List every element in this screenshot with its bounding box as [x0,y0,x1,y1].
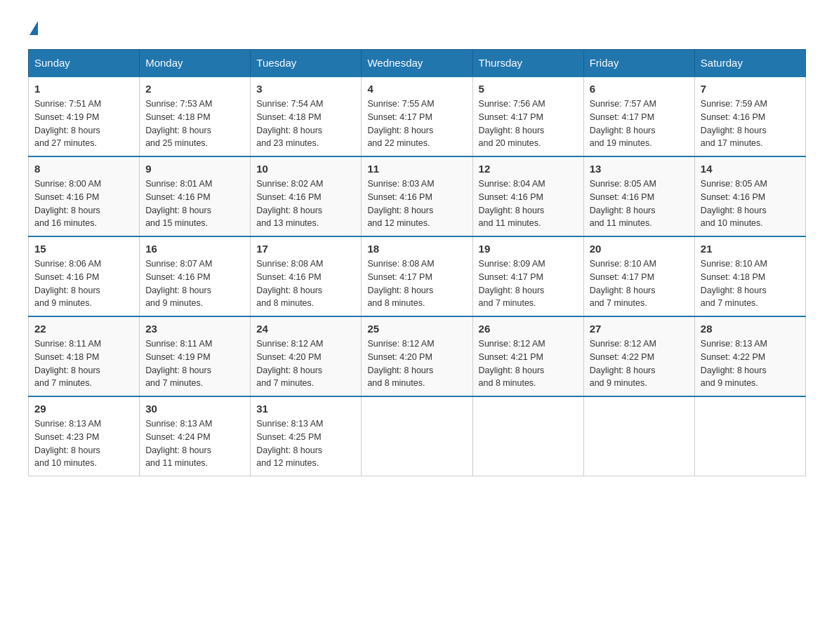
day-info: Sunrise: 8:07 AMSunset: 4:16 PMDaylight:… [145,259,212,308]
day-info: Sunrise: 7:55 AMSunset: 4:17 PMDaylight:… [367,99,434,148]
day-cell: 17 Sunrise: 8:08 AMSunset: 4:16 PMDaylig… [251,236,362,316]
day-header-wednesday: Wednesday [362,50,472,77]
day-info: Sunrise: 7:56 AMSunset: 4:17 PMDaylight:… [479,99,545,148]
day-cell: 19 Sunrise: 8:09 AMSunset: 4:17 PMDaylig… [472,236,583,316]
week-row-2: 8 Sunrise: 8:00 AMSunset: 4:16 PMDayligh… [29,156,806,236]
header-row: SundayMondayTuesdayWednesdayThursdayFrid… [29,50,806,77]
day-number: 12 [479,163,578,175]
day-number: 17 [256,243,355,255]
day-number: 3 [256,83,355,95]
day-info: Sunrise: 7:51 AMSunset: 4:19 PMDaylight:… [34,99,101,148]
day-info: Sunrise: 8:10 AMSunset: 4:18 PMDaylight:… [701,259,767,308]
day-number: 26 [479,323,578,335]
day-cell: 2 Sunrise: 7:53 AMSunset: 4:18 PMDayligh… [140,76,251,156]
day-info: Sunrise: 8:00 AMSunset: 4:16 PMDaylight:… [34,179,101,228]
day-cell: 1 Sunrise: 7:51 AMSunset: 4:19 PMDayligh… [29,76,140,156]
day-cell: 16 Sunrise: 8:07 AMSunset: 4:16 PMDaylig… [140,236,251,316]
day-cell: 10 Sunrise: 8:02 AMSunset: 4:16 PMDaylig… [251,156,362,236]
day-cell: 3 Sunrise: 7:54 AMSunset: 4:18 PMDayligh… [251,76,362,156]
day-cell: 11 Sunrise: 8:03 AMSunset: 4:16 PMDaylig… [362,156,472,236]
day-header-tuesday: Tuesday [251,50,362,77]
day-number: 6 [590,83,689,95]
day-header-sunday: Sunday [29,50,140,77]
day-header-friday: Friday [583,50,694,77]
day-cell [472,396,583,476]
day-number: 31 [256,403,355,415]
day-info: Sunrise: 8:08 AMSunset: 4:16 PMDaylight:… [256,259,323,308]
week-row-3: 15 Sunrise: 8:06 AMSunset: 4:16 PMDaylig… [29,236,806,316]
day-header-thursday: Thursday [472,50,583,77]
day-info: Sunrise: 8:03 AMSunset: 4:16 PMDaylight:… [367,179,434,228]
day-info: Sunrise: 8:08 AMSunset: 4:17 PMDaylight:… [367,259,434,308]
day-cell: 20 Sunrise: 8:10 AMSunset: 4:17 PMDaylig… [583,236,694,316]
day-cell: 29 Sunrise: 8:13 AMSunset: 4:23 PMDaylig… [29,396,140,476]
day-number: 5 [479,83,578,95]
day-info: Sunrise: 7:54 AMSunset: 4:18 PMDaylight:… [256,99,323,148]
day-cell: 23 Sunrise: 8:11 AMSunset: 4:19 PMDaylig… [140,316,251,396]
day-info: Sunrise: 8:05 AMSunset: 4:16 PMDaylight:… [590,179,656,228]
day-number: 10 [256,163,355,175]
day-number: 4 [367,83,466,95]
page-header [28,21,806,35]
day-cell: 31 Sunrise: 8:13 AMSunset: 4:25 PMDaylig… [251,396,362,476]
day-info: Sunrise: 7:59 AMSunset: 4:16 PMDaylight:… [701,99,767,148]
day-number: 29 [34,403,133,415]
week-row-5: 29 Sunrise: 8:13 AMSunset: 4:23 PMDaylig… [29,396,806,476]
day-info: Sunrise: 8:13 AMSunset: 4:24 PMDaylight:… [145,419,212,468]
day-number: 16 [145,243,244,255]
day-info: Sunrise: 8:13 AMSunset: 4:25 PMDaylight:… [256,419,323,468]
day-header-monday: Monday [140,50,251,77]
week-row-4: 22 Sunrise: 8:11 AMSunset: 4:18 PMDaylig… [29,316,806,396]
day-info: Sunrise: 8:04 AMSunset: 4:16 PMDaylight:… [479,179,545,228]
day-cell: 28 Sunrise: 8:13 AMSunset: 4:22 PMDaylig… [694,316,805,396]
day-info: Sunrise: 8:13 AMSunset: 4:22 PMDaylight:… [701,339,767,388]
day-number: 20 [590,243,689,255]
day-cell: 26 Sunrise: 8:12 AMSunset: 4:21 PMDaylig… [472,316,583,396]
day-cell: 9 Sunrise: 8:01 AMSunset: 4:16 PMDayligh… [140,156,251,236]
day-number: 30 [145,403,244,415]
day-number: 8 [34,163,133,175]
day-number: 25 [367,323,466,335]
day-info: Sunrise: 8:11 AMSunset: 4:19 PMDaylight:… [145,339,212,388]
day-info: Sunrise: 8:12 AMSunset: 4:20 PMDaylight:… [367,339,434,388]
day-cell: 6 Sunrise: 7:57 AMSunset: 4:17 PMDayligh… [583,76,694,156]
day-number: 9 [145,163,244,175]
day-number: 7 [701,83,800,95]
day-number: 21 [701,243,800,255]
day-cell: 13 Sunrise: 8:05 AMSunset: 4:16 PMDaylig… [583,156,694,236]
day-number: 19 [479,243,578,255]
day-info: Sunrise: 8:11 AMSunset: 4:18 PMDaylight:… [34,339,101,388]
day-cell: 21 Sunrise: 8:10 AMSunset: 4:18 PMDaylig… [694,236,805,316]
day-cell: 22 Sunrise: 8:11 AMSunset: 4:18 PMDaylig… [29,316,140,396]
day-cell: 8 Sunrise: 8:00 AMSunset: 4:16 PMDayligh… [29,156,140,236]
day-number: 18 [367,243,466,255]
day-cell: 30 Sunrise: 8:13 AMSunset: 4:24 PMDaylig… [140,396,251,476]
day-number: 22 [34,323,133,335]
day-info: Sunrise: 8:06 AMSunset: 4:16 PMDaylight:… [34,259,101,308]
day-number: 14 [701,163,800,175]
day-info: Sunrise: 8:10 AMSunset: 4:17 PMDaylight:… [590,259,656,308]
day-cell: 24 Sunrise: 8:12 AMSunset: 4:20 PMDaylig… [251,316,362,396]
day-info: Sunrise: 8:12 AMSunset: 4:20 PMDaylight:… [256,339,323,388]
day-cell: 25 Sunrise: 8:12 AMSunset: 4:20 PMDaylig… [362,316,472,396]
day-info: Sunrise: 8:05 AMSunset: 4:16 PMDaylight:… [701,179,767,228]
day-info: Sunrise: 7:57 AMSunset: 4:17 PMDaylight:… [590,99,656,148]
day-info: Sunrise: 8:01 AMSunset: 4:16 PMDaylight:… [145,179,212,228]
day-info: Sunrise: 8:09 AMSunset: 4:17 PMDaylight:… [479,259,545,308]
day-number: 24 [256,323,355,335]
day-number: 1 [34,83,133,95]
day-info: Sunrise: 8:12 AMSunset: 4:22 PMDaylight:… [590,339,656,388]
logo-triangle-icon [29,21,38,35]
day-number: 15 [34,243,133,255]
day-cell [694,396,805,476]
day-cell: 14 Sunrise: 8:05 AMSunset: 4:16 PMDaylig… [694,156,805,236]
day-cell: 12 Sunrise: 8:04 AMSunset: 4:16 PMDaylig… [472,156,583,236]
day-number: 11 [367,163,466,175]
day-number: 28 [701,323,800,335]
day-info: Sunrise: 7:53 AMSunset: 4:18 PMDaylight:… [145,99,212,148]
day-info: Sunrise: 8:13 AMSunset: 4:23 PMDaylight:… [34,419,101,468]
day-number: 27 [590,323,689,335]
day-number: 2 [145,83,244,95]
day-info: Sunrise: 8:12 AMSunset: 4:21 PMDaylight:… [479,339,545,388]
day-cell: 5 Sunrise: 7:56 AMSunset: 4:17 PMDayligh… [472,76,583,156]
